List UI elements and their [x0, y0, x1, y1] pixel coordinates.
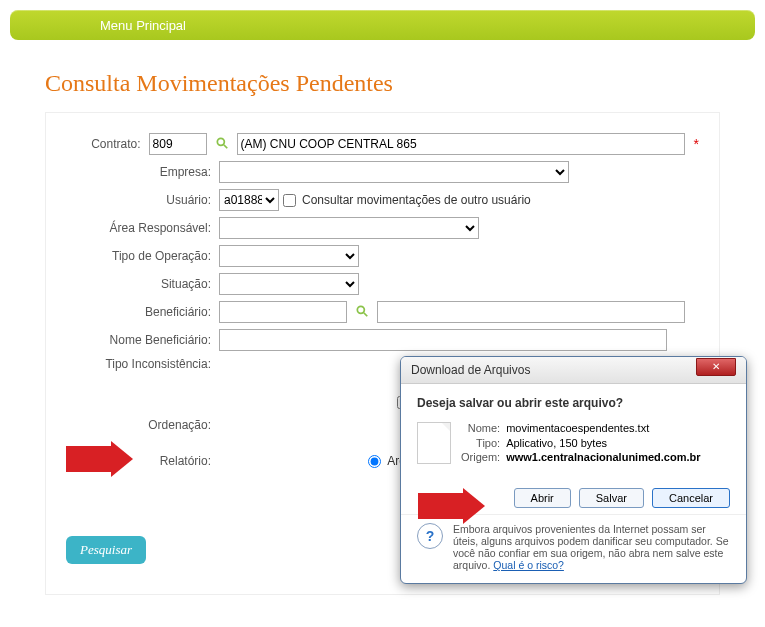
- empresa-label: Empresa:: [66, 165, 219, 179]
- dialog-title: Download de Arquivos: [411, 363, 530, 377]
- top-menu-bar[interactable]: Menu Principal: [10, 10, 755, 40]
- situacao-label: Situação:: [66, 277, 219, 291]
- svg-point-2: [357, 306, 364, 313]
- contrato-desc-input[interactable]: [237, 133, 685, 155]
- empresa-select[interactable]: [219, 161, 569, 183]
- svg-line-1: [223, 145, 227, 149]
- contrato-label: Contrato:: [66, 137, 149, 151]
- consultar-outro-checkbox[interactable]: [283, 194, 296, 207]
- nome-benef-input[interactable]: [219, 329, 667, 351]
- beneficiario-desc-input[interactable]: [377, 301, 685, 323]
- file-name-value: movimentacoespendentes.txt: [506, 422, 700, 435]
- tipo-inc-label: Tipo Inconsistência:: [66, 357, 219, 371]
- consultar-outro-label: Consultar movimentações de outro usuário: [302, 193, 531, 207]
- download-dialog: Download de Arquivos ✕ Deseja salvar ou …: [400, 356, 747, 584]
- tipo-op-select[interactable]: [219, 245, 359, 267]
- arrow-icon: [418, 490, 488, 526]
- page-title: Consulta Movimentações Pendentes: [45, 70, 765, 97]
- nome-benef-label: Nome Beneficiário:: [66, 333, 219, 347]
- usuario-select[interactable]: a01888: [219, 189, 279, 211]
- file-type-value: Aplicativo, 150 bytes: [506, 437, 700, 450]
- ordenacao-label: Ordenação:: [66, 418, 219, 432]
- file-origin-label: Origem:: [461, 451, 500, 464]
- beneficiario-code-input[interactable]: [219, 301, 347, 323]
- close-icon[interactable]: ✕: [696, 358, 736, 376]
- search-icon[interactable]: [351, 304, 373, 320]
- svg-point-0: [217, 138, 224, 145]
- dialog-warning: Embora arquivos provenientes da Internet…: [453, 523, 730, 571]
- area-select[interactable]: [219, 217, 479, 239]
- pesquisar-button[interactable]: Pesquisar: [66, 536, 146, 564]
- cancelar-button[interactable]: Cancelar: [652, 488, 730, 508]
- shield-icon: ?: [417, 523, 443, 549]
- beneficiario-label: Beneficiário:: [66, 305, 219, 319]
- file-type-label: Tipo:: [461, 437, 500, 450]
- salvar-button[interactable]: Salvar: [579, 488, 644, 508]
- rel-txt-radio[interactable]: [368, 455, 381, 468]
- file-icon: [417, 422, 451, 464]
- file-name-label: Nome:: [461, 422, 500, 435]
- area-label: Área Responsável:: [66, 221, 219, 235]
- tipo-op-label: Tipo de Operação:: [66, 249, 219, 263]
- required-mark: *: [694, 136, 699, 152]
- dialog-question: Deseja salvar ou abrir este arquivo?: [417, 396, 730, 410]
- abrir-button[interactable]: Abrir: [514, 488, 571, 508]
- usuario-label: Usuário:: [66, 193, 219, 207]
- search-icon[interactable]: [211, 136, 233, 152]
- risk-link[interactable]: Qual é o risco?: [493, 559, 564, 571]
- arrow-icon: [66, 443, 136, 479]
- contrato-code-input[interactable]: [149, 133, 207, 155]
- menu-principal-label[interactable]: Menu Principal: [100, 18, 186, 33]
- situacao-select[interactable]: [219, 273, 359, 295]
- file-origin-value: www1.centralnacionalunimed.com.br: [506, 451, 700, 464]
- svg-line-3: [364, 313, 368, 317]
